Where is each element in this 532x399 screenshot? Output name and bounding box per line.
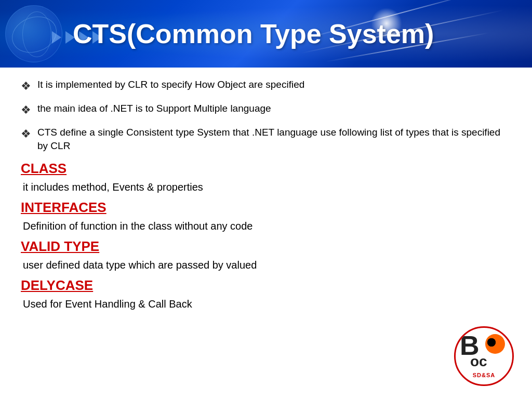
section-heading-validtype: VALID TYPE	[21, 238, 511, 255]
section-desc-class: it includes method, Events & properties	[21, 180, 511, 194]
main-content: ❖ It is implemented by CLR to specify Ho…	[0, 68, 532, 327]
logo-inner-dot	[487, 338, 496, 347]
bullet-diamond-2: ❖	[21, 102, 31, 118]
logo-bottom-text: SD&SA	[473, 372, 496, 378]
bullet-item-1: ❖ It is implemented by CLR to specify Ho…	[21, 78, 511, 95]
bullet-diamond-3: ❖	[21, 126, 31, 142]
header-banner: CTS(Common Type System)	[0, 0, 532, 68]
logo-area: B oc SD&SA	[454, 326, 516, 389]
bullet-diamond-1: ❖	[21, 78, 31, 95]
section-heading-delycase: DELYCASE	[21, 277, 511, 294]
logo-orange-circle	[485, 334, 505, 354]
section-heading-class: CLASS	[21, 161, 511, 177]
logo-v-letter: oc	[470, 353, 487, 370]
section-desc-interfaces: Definition of function in the class with…	[21, 219, 511, 233]
section-desc-delycase: Used for Event Handling & Call Back	[21, 297, 511, 311]
bullet-item-3: ❖ CTS define a single Consistent type Sy…	[21, 126, 511, 153]
section-desc-validtype: user defined data type which are passed …	[21, 258, 511, 272]
slide-title: CTS(Common Type System)	[16, 18, 434, 49]
slide: CTS(Common Type System) ❖ It is implemen…	[0, 0, 532, 399]
bullet-text-1: It is implemented by CLR to specify How …	[37, 78, 304, 92]
bullet-text-3: CTS define a single Consistent type Syst…	[37, 126, 511, 153]
section-heading-interfaces: INTERFACES	[21, 200, 511, 216]
bullet-item-2: ❖ the main idea of .NET is to Support Mu…	[21, 102, 511, 118]
logo-circle: B oc SD&SA	[454, 326, 514, 386]
bullet-text-2: the main idea of .NET is to Support Mult…	[37, 102, 271, 116]
